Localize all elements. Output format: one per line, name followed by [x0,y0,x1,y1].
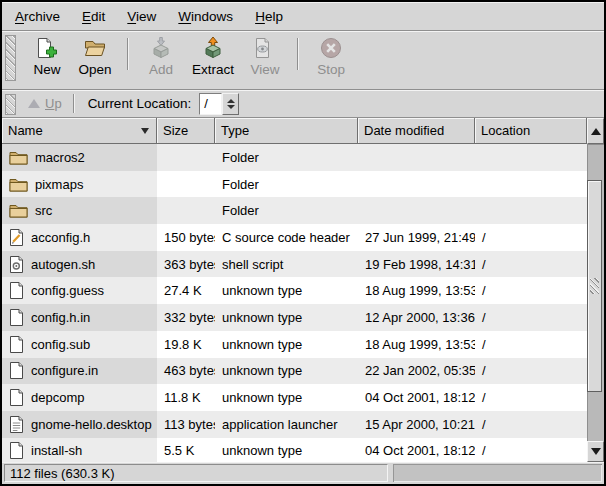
file-name: gnome-hello.desktop [31,417,152,432]
cell-type: Folder [215,197,358,224]
toolbar-separator [127,38,129,70]
column-header-label: Date modified [364,123,444,138]
file-row[interactable]: acconfig.h150 bytesC source code header2… [2,224,587,251]
file-name: config.h.in [31,310,90,325]
current-location-label: Current Location: [88,96,192,111]
archive-manager-window: ArchiveEditViewWindowsHelp NewOpenAddExt… [0,0,606,486]
menu-view[interactable]: View [116,4,167,29]
cell-location: / [475,304,587,331]
cell-size: 463 bytes [157,358,215,385]
extract-button[interactable]: Extract [185,34,241,78]
cell-size: 150 bytes [157,224,215,251]
cell-date-modified [358,197,475,224]
cell-date-modified: 12 Apr 2000, 13:36 [358,304,475,331]
status-message: 112 files (630.3 K) [4,464,388,482]
cell-date-modified: 18 Aug 1999, 13:53 [358,277,475,304]
location-bar-drag-handle[interactable] [5,94,16,115]
scrollbar-thumb[interactable] [587,180,602,392]
scrollbar-down-button[interactable] [587,441,604,462]
cell-date-modified: 18 Aug 1999, 13:53 [358,331,475,358]
file-list: macros2FolderpixmapsFoldersrcFolderaccon… [2,144,604,462]
cell-location: / [475,331,587,358]
column-header-location[interactable]: Location [475,118,587,144]
file-name: config.sub [31,337,90,352]
cell-location: / [475,277,587,304]
menu-edit[interactable]: Edit [71,4,116,29]
sort-descending-icon [141,128,149,134]
toolbar-button-label: New [33,62,60,77]
cell-name: gnome-hello.desktop [2,411,157,438]
cell-size [157,197,215,224]
cell-type: unknown type [215,358,358,385]
column-header-size[interactable]: Size [157,118,215,144]
location-input[interactable]: / [199,93,222,115]
combo-dropdown-button[interactable] [222,93,239,115]
open-button[interactable]: Open [71,34,119,78]
location-combo[interactable]: / [199,93,239,115]
menu-windows[interactable]: Windows [167,4,244,29]
column-header-date-modified[interactable]: Date modified [358,118,475,144]
view-button[interactable]: View [241,34,289,78]
menu-help[interactable]: Help [244,4,294,29]
toolbar-button-label: Open [78,62,111,77]
column-header-label: Name [8,123,43,138]
cell-date-modified: 19 Feb 1998, 14:31 [358,251,475,278]
toolbar-button-label: Stop [317,62,345,77]
toolbar-button-label: Add [149,62,173,77]
menu-archive[interactable]: Archive [4,4,71,29]
column-header-type[interactable]: Type [215,118,358,144]
cell-size: 5.5 K [157,438,215,462]
cell-name: install-sh [2,438,157,462]
cell-name: macros2 [2,144,157,171]
cell-type: unknown type [215,277,358,304]
cell-size: 27.4 K [157,277,215,304]
cell-type: unknown type [215,384,358,411]
file-row[interactable]: macros2Folder [2,144,587,171]
toolbar: NewOpenAddExtractViewStop [2,31,604,90]
add-button[interactable]: Add [137,34,185,78]
folder-icon [9,176,28,193]
file-row[interactable]: pixmapsFolder [2,171,587,198]
cell-type: unknown type [215,331,358,358]
file-row[interactable]: gnome-hello.desktop113 bytesapplication … [2,411,587,438]
column-header-name[interactable]: Name [2,118,157,144]
cell-location [475,144,587,171]
file-name: depcomp [31,390,84,405]
shell-script-icon [9,255,24,274]
cell-location: / [475,411,587,438]
scrollbar-up-button[interactable] [587,118,604,144]
cell-size: 113 bytes [157,411,215,438]
cell-date-modified: 15 Apr 2000, 10:21 [358,411,475,438]
file-row[interactable]: config.guess27.4 Kunknown type18 Aug 199… [2,277,587,304]
cell-name: autogen.sh [2,251,157,278]
stop-button[interactable]: Stop [307,34,355,78]
cell-location: / [475,438,587,462]
c-header-icon [9,228,24,247]
file-name: configure.in [31,363,98,378]
file-row[interactable]: install-sh5.5 Kunknown type04 Oct 2001, … [2,438,587,462]
column-header-label: Size [163,123,188,138]
toolbar-drag-handle[interactable] [5,35,16,81]
file-name: autogen.sh [31,257,95,272]
folder-icon [9,202,28,219]
cell-type: unknown type [215,304,358,331]
file-row[interactable]: srcFolder [2,197,587,224]
document-icon [9,281,24,300]
file-row[interactable]: autogen.sh363 bytesshell script19 Feb 19… [2,251,587,278]
vertical-scrollbar[interactable] [587,144,604,462]
document-icon [9,308,24,327]
file-row[interactable]: config.h.in332 bytesunknown type12 Apr 2… [2,304,587,331]
file-row[interactable]: config.sub19.8 Kunknown type18 Aug 1999,… [2,331,587,358]
new-button[interactable]: New [23,34,71,78]
cell-date-modified: 04 Oct 2001, 18:12 [358,438,475,462]
cell-location [475,171,587,198]
cell-date-modified: 27 Jun 1999, 21:49 [358,224,475,251]
down-arrow-icon [591,448,601,455]
up-button[interactable]: Up [24,94,66,113]
file-row[interactable]: configure.in463 bytesunknown type22 Jan … [2,358,587,385]
file-name: install-sh [31,443,82,458]
cell-type: Folder [215,171,358,198]
file-name: acconfig.h [31,230,90,245]
file-row[interactable]: depcomp11.8 Kunknown type04 Oct 2001, 18… [2,384,587,411]
combo-up-arrow-icon [227,99,235,103]
